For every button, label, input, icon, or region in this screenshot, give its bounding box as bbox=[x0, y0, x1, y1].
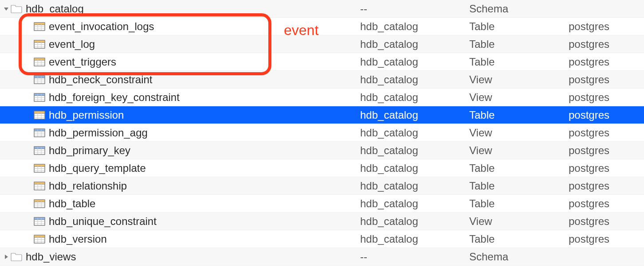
disclosure-placeholder bbox=[26, 218, 33, 225]
disclosure-placeholder bbox=[26, 182, 33, 190]
kind-cell: Table bbox=[469, 162, 569, 174]
view-icon bbox=[34, 217, 45, 226]
object-name: event_invocation_logs bbox=[49, 20, 154, 33]
svg-rect-57 bbox=[34, 147, 45, 149]
table-icon bbox=[34, 181, 45, 191]
tree-row[interactable]: hdb_versionhdb_catalogTablepostgres bbox=[0, 230, 644, 248]
schema-cell: hdb_catalog bbox=[360, 233, 469, 245]
svg-rect-25 bbox=[34, 76, 45, 78]
kind-cell: View bbox=[469, 144, 569, 157]
object-name: hdb_relationship bbox=[49, 180, 127, 192]
kind-cell: Table bbox=[469, 38, 569, 50]
name-cell[interactable]: event_triggers bbox=[0, 56, 360, 68]
name-cell[interactable]: hdb_version bbox=[0, 233, 360, 245]
svg-rect-89 bbox=[34, 217, 45, 220]
table-icon bbox=[34, 110, 45, 120]
chevron-down-icon[interactable] bbox=[3, 5, 10, 12]
table-icon bbox=[34, 199, 45, 209]
name-cell[interactable]: hdb_table bbox=[0, 197, 360, 210]
tree-row[interactable]: event_loghdb_catalogTablepostgres bbox=[0, 35, 644, 53]
schema-cell: hdb_catalog bbox=[360, 91, 469, 104]
disclosure-placeholder bbox=[26, 94, 33, 101]
name-cell[interactable]: hdb_relationship bbox=[0, 180, 360, 192]
owner-cell: postgres bbox=[569, 180, 644, 192]
owner-cell: postgres bbox=[569, 162, 644, 174]
object-name: hdb_check_constraint bbox=[49, 74, 152, 86]
owner-cell: postgres bbox=[569, 215, 644, 228]
owner-cell: postgres bbox=[569, 38, 644, 50]
schema-cell: hdb_catalog bbox=[360, 162, 469, 174]
kind-cell: Table bbox=[469, 109, 569, 121]
object-name: hdb_permission bbox=[49, 109, 124, 121]
kind-cell: Table bbox=[469, 197, 569, 210]
owner-cell: postgres bbox=[569, 109, 644, 121]
view-icon bbox=[34, 128, 45, 138]
disclosure-placeholder bbox=[26, 200, 33, 207]
tree-row[interactable]: hdb_check_constrainthdb_catalogViewpostg… bbox=[0, 71, 644, 89]
svg-rect-65 bbox=[34, 164, 45, 166]
kind-cell: Table bbox=[469, 233, 569, 245]
tree-row[interactable]: event_invocation_logshdb_catalogTablepos… bbox=[0, 18, 644, 35]
view-icon bbox=[34, 93, 45, 102]
disclosure-placeholder bbox=[26, 58, 33, 66]
name-cell[interactable]: event_log bbox=[0, 38, 360, 50]
svg-rect-41 bbox=[34, 111, 45, 113]
object-name: hdb_table bbox=[49, 197, 95, 210]
owner-cell: postgres bbox=[569, 20, 644, 33]
tree-row[interactable]: hdb_foreign_key_constrainthdb_catalogVie… bbox=[0, 89, 644, 106]
name-cell[interactable]: hdb_check_constraint bbox=[0, 74, 360, 86]
schema-cell: hdb_catalog bbox=[360, 74, 469, 86]
disclosure-placeholder bbox=[26, 23, 33, 30]
owner-cell: postgres bbox=[569, 197, 644, 210]
tree-row[interactable]: hdb_permission_agghdb_catalogViewpostgre… bbox=[0, 124, 644, 142]
disclosure-placeholder bbox=[26, 76, 33, 83]
schema-cell: hdb_catalog bbox=[360, 180, 469, 192]
disclosure-placeholder bbox=[26, 41, 33, 48]
tree-row[interactable]: hdb_views--Schema bbox=[0, 248, 644, 266]
kind-cell: Table bbox=[469, 180, 569, 192]
svg-rect-81 bbox=[34, 200, 45, 202]
name-cell[interactable]: hdb_foreign_key_constraint bbox=[0, 91, 360, 104]
table-icon bbox=[34, 22, 45, 31]
owner-cell: postgres bbox=[569, 91, 644, 104]
name-cell[interactable]: event_invocation_logs bbox=[0, 20, 360, 33]
svg-rect-73 bbox=[34, 182, 45, 184]
table-icon bbox=[34, 234, 45, 244]
owner-cell: postgres bbox=[569, 74, 644, 86]
name-cell[interactable]: hdb_primary_key bbox=[0, 144, 360, 157]
tree-row[interactable]: hdb_permissionhdb_catalogTablepostgres bbox=[0, 106, 644, 124]
tree-row[interactable]: hdb_catalog--Schema bbox=[0, 0, 644, 18]
kind-cell: View bbox=[469, 215, 569, 228]
kind-cell: Table bbox=[469, 56, 569, 68]
svg-rect-1 bbox=[34, 23, 45, 25]
owner-cell: postgres bbox=[569, 127, 644, 139]
tree-row[interactable]: event_triggershdb_catalogTablepostgres bbox=[0, 53, 644, 71]
svg-rect-33 bbox=[34, 93, 45, 96]
schema-cell: -- bbox=[360, 3, 469, 15]
tree-row[interactable]: hdb_query_templatehdb_catalogTablepostgr… bbox=[0, 159, 644, 177]
name-cell[interactable]: hdb_unique_constraint bbox=[0, 215, 360, 228]
schema-cell: hdb_catalog bbox=[360, 109, 469, 121]
kind-cell: Schema bbox=[469, 251, 569, 263]
tree-row[interactable]: hdb_relationshiphdb_catalogTablepostgres bbox=[0, 177, 644, 195]
name-cell[interactable]: hdb_views bbox=[0, 251, 360, 263]
tree-row[interactable]: hdb_primary_keyhdb_catalogViewpostgres bbox=[0, 142, 644, 159]
svg-rect-17 bbox=[34, 58, 45, 60]
name-cell[interactable]: hdb_query_template bbox=[0, 162, 360, 174]
folder-icon bbox=[11, 252, 22, 262]
name-cell[interactable]: hdb_permission bbox=[0, 109, 360, 121]
view-icon bbox=[34, 146, 45, 155]
table-icon bbox=[34, 57, 45, 67]
name-cell[interactable]: hdb_catalog bbox=[0, 3, 360, 15]
table-icon bbox=[34, 39, 45, 49]
schema-cell: hdb_catalog bbox=[360, 197, 469, 210]
chevron-right-icon[interactable] bbox=[3, 253, 10, 260]
object-name: hdb_catalog bbox=[26, 3, 84, 15]
schema-cell: hdb_catalog bbox=[360, 38, 469, 50]
svg-rect-9 bbox=[34, 40, 45, 43]
name-cell[interactable]: hdb_permission_agg bbox=[0, 127, 360, 139]
tree-row[interactable]: hdb_tablehdb_catalogTablepostgres bbox=[0, 195, 644, 213]
tree-row[interactable]: hdb_unique_constrainthdb_catalogViewpost… bbox=[0, 213, 644, 230]
disclosure-placeholder bbox=[26, 112, 33, 119]
folder-icon bbox=[11, 4, 22, 14]
